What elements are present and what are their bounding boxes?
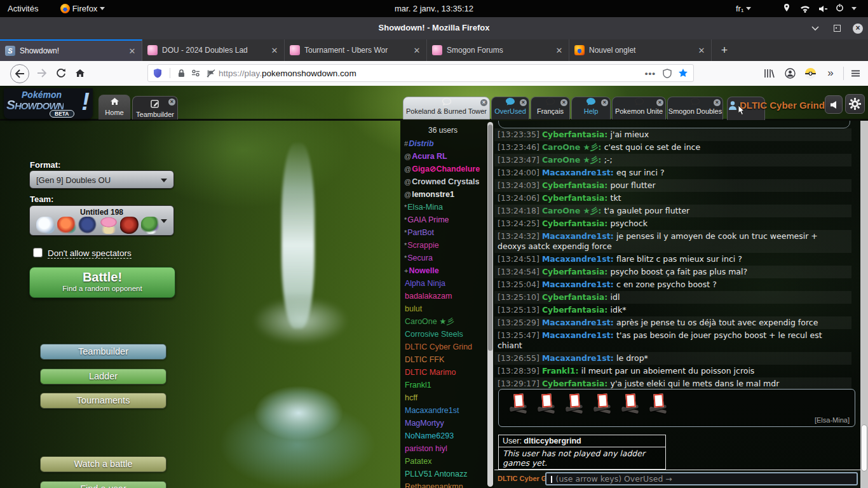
userlist-row[interactable]: Macaxandre1st (404, 404, 487, 417)
chat-username[interactable]: Cyberfantasia: (542, 292, 611, 302)
tab-close-button[interactable]: ✕ (555, 46, 564, 55)
system-menu-button[interactable] (851, 3, 857, 14)
pocket-shield-icon[interactable] (663, 69, 672, 78)
extension-pokeball-icon[interactable] (801, 64, 819, 82)
find-user-button[interactable]: Find a user (40, 481, 166, 488)
userlist-row[interactable]: *Scrappie (404, 239, 487, 252)
chat-log[interactable]: [13:23:35] Cyberfantasia: j'ai mieux[13:… (494, 128, 851, 390)
userlist-row[interactable]: @Giga⊘Chandelure (404, 163, 487, 175)
chat-username[interactable]: CaroOne ★彡: (542, 206, 604, 215)
account-button[interactable] (781, 64, 799, 82)
room-tab-close[interactable]: × (656, 99, 663, 106)
lock-icon[interactable] (178, 69, 185, 78)
userlist-scrollbar[interactable] (487, 122, 493, 487)
chat-username[interactable]: Frankl1: (542, 366, 581, 376)
userlist-row[interactable]: Corrosive Steels (404, 328, 487, 341)
overflow-chevrons-button[interactable]: » (822, 64, 839, 82)
userlist-row[interactable]: #Distrib (404, 137, 487, 150)
userlist-row[interactable]: @lemonstre1 (404, 188, 487, 201)
ps-logo[interactable]: Pokémon Showdown BETA ! (4, 88, 93, 119)
chat-username[interactable]: Macaxandre1st: (542, 168, 616, 177)
browser-tab[interactable]: Tournament - Ubers Wor✕ (285, 39, 427, 61)
chat-input[interactable]: (use arrow keys) OverUsed → (545, 472, 858, 485)
chat-username[interactable]: Cyberfantasia: (542, 180, 611, 190)
tab-close-button[interactable]: × (168, 98, 175, 105)
back-button[interactable] (10, 64, 29, 83)
chat-username[interactable]: Cyberfantasia: (542, 267, 611, 276)
chat-username[interactable]: Cyberfantasia: (542, 130, 611, 139)
teambuilder-button[interactable]: Teambuilder (40, 344, 166, 360)
chat-username[interactable]: Cyberfantasia: (542, 219, 611, 228)
new-tab-button[interactable]: + (717, 43, 732, 58)
userlist-row[interactable]: DLTIC FFK (404, 353, 487, 366)
room-tab[interactable]: ×Pokemon Unite (612, 97, 666, 119)
userlist-row[interactable]: Patatex (404, 455, 487, 468)
chat-username[interactable]: Cyberfantasia: (542, 379, 611, 388)
userlist-row[interactable]: NoName6293 (404, 430, 487, 442)
window-chevron-button[interactable] (808, 22, 822, 36)
close-button[interactable]: × (851, 22, 865, 36)
room-tab-close[interactable]: × (520, 99, 527, 106)
team-select[interactable]: Untitled 198 (29, 205, 174, 236)
userlist-row[interactable]: @Crowned Crystals (404, 175, 487, 188)
chat-username[interactable]: Cyberfantasia: (542, 193, 611, 203)
room-tab-close[interactable]: × (560, 99, 567, 106)
userlist-row[interactable]: badalakazam (404, 290, 487, 302)
spectators-checkbox[interactable] (33, 248, 43, 257)
userlist-row[interactable]: Frankl1 (404, 379, 487, 391)
browser-tab[interactable]: Smogon Forums✕ (427, 39, 569, 61)
room-tab[interactable]: ×Français (531, 97, 570, 119)
blocked-permission-icon[interactable] (207, 69, 215, 78)
tab-home[interactable]: Home (98, 95, 130, 119)
forward-button[interactable] (33, 64, 51, 82)
userlist-row[interactable]: @Acura RL (404, 150, 487, 163)
userlist-row[interactable]: DLTIC Cyber Grind (404, 341, 487, 353)
keyboard-layout-indicator[interactable]: fr₁ (736, 3, 751, 14)
scrollbar-thumb[interactable] (488, 125, 492, 351)
home-button[interactable] (71, 64, 89, 82)
browser-tab[interactable]: Nouvel onglet✕ (569, 39, 712, 61)
room-tab[interactable]: ×Help (571, 97, 611, 119)
reload-button[interactable] (52, 64, 70, 82)
userlist-row[interactable]: *Elsa-Mina (404, 201, 487, 214)
chat-username[interactable]: Macaxandre1st: (542, 318, 616, 327)
userlist-row[interactable]: +Nowelle (404, 264, 487, 277)
userlist-row[interactable]: *GAIA Prime (404, 214, 487, 226)
tracking-shield-icon[interactable] (153, 68, 162, 78)
url-text[interactable]: https://play.pokemonshowdown.com (219, 69, 356, 78)
maximize-button[interactable] (830, 22, 844, 36)
userlist-row[interactable]: *Secura (404, 252, 487, 264)
library-button[interactable] (760, 64, 778, 82)
scrollbar-thumb[interactable] (861, 424, 867, 471)
tab-close-button[interactable]: ✕ (270, 46, 279, 55)
room-tab[interactable]: ×Smogon Doubles (667, 97, 723, 119)
url-bar[interactable]: https://play.pokemonshowdown.com ••• (147, 64, 694, 82)
chat-username[interactable]: Macaxandre1st: (542, 330, 616, 340)
window-titlebar[interactable]: Showdown! - Mozilla Firefox × (0, 17, 868, 40)
userlist-row[interactable]: CaroOne ★彡 (404, 315, 487, 328)
bookmark-star-icon[interactable] (678, 68, 688, 78)
menu-button[interactable] (846, 64, 864, 82)
chat-username[interactable]: CaroOne ★彡: (542, 142, 604, 152)
chat-username[interactable]: Macaxandre1st: (542, 353, 616, 363)
userlist-row[interactable]: hcff (404, 391, 487, 404)
tab-close-button[interactable]: ✕ (128, 46, 137, 56)
userlist-row[interactable]: pariston hiyl (404, 442, 487, 455)
browser-tab[interactable]: DOU - 2024 Doubles Lad✕ (142, 39, 285, 61)
battle-button[interactable]: Battle! Find a random opponent (29, 267, 175, 298)
userlist-row[interactable]: Rethanenankmn (404, 480, 487, 488)
userlist-row[interactable]: DLTIC Marimo (404, 366, 487, 379)
tab-close-button[interactable]: ✕ (697, 46, 706, 55)
chat-username[interactable]: Macaxandre1st: (542, 254, 616, 264)
spectators-label[interactable]: Don't allow spectators (48, 248, 132, 259)
tab-teambuilder[interactable]: × Teambuilder (132, 96, 178, 119)
browser-tab[interactable]: SShowdown!✕ (0, 39, 142, 61)
userlist-row[interactable]: MagMortyy (404, 417, 487, 430)
chat-username[interactable]: Macaxandre1st: (542, 280, 616, 289)
tab-close-button[interactable]: ✕ (412, 46, 421, 55)
page-scrollbar[interactable] (860, 121, 868, 488)
room-tab-close[interactable]: × (480, 99, 487, 106)
page-actions-button[interactable]: ••• (645, 69, 656, 78)
userlist-count[interactable]: 36 users (400, 126, 485, 135)
room-tab[interactable]: ×OverUsed (491, 97, 529, 119)
